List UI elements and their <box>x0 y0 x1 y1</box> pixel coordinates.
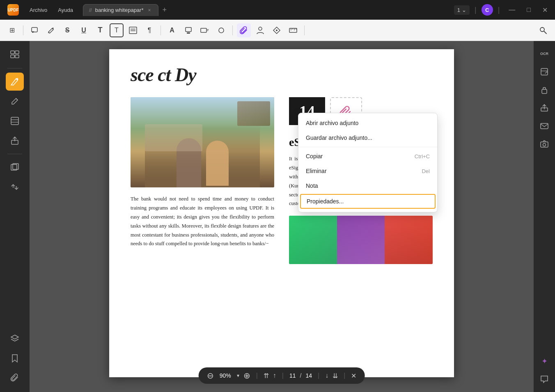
sidebar-bookmark[interactable] <box>6 349 24 367</box>
right-email-button[interactable] <box>537 118 552 134</box>
text-area-icon <box>129 27 137 34</box>
ctx-copy[interactable]: Copiar Ctrl+C <box>298 149 437 164</box>
new-tab-button[interactable]: + <box>158 4 171 16</box>
svg-line-22 <box>16 98 18 100</box>
comment-icon <box>31 27 38 34</box>
separator-1: | <box>473 6 478 14</box>
right-share-button[interactable] <box>537 100 552 116</box>
annotation-icon <box>10 77 19 86</box>
ctx-nota[interactable]: Nota <box>298 178 437 193</box>
sidebar-sep-2 <box>7 154 22 154</box>
attachment-button[interactable] <box>237 23 251 37</box>
toolbar-sep-2 <box>161 25 161 35</box>
logo-icon: UPDF <box>7 4 19 16</box>
left-sidebar <box>0 41 30 392</box>
right-organize-button[interactable] <box>537 64 552 80</box>
tab-document-icon: // <box>89 7 92 13</box>
sidebar-ocr[interactable] <box>6 158 24 176</box>
text-t-button[interactable]: T <box>93 23 107 37</box>
bar-sep-2: | <box>280 372 285 379</box>
right-ai-button[interactable]: ✦ <box>537 353 552 369</box>
bottom-image <box>289 216 433 264</box>
sidebar-annotation[interactable] <box>6 73 24 91</box>
sidebar-layout[interactable] <box>6 112 24 130</box>
maximize-button[interactable]: □ <box>523 5 535 15</box>
pen-nib-button[interactable] <box>270 23 284 37</box>
pen-nib-icon <box>273 26 281 34</box>
bar-sep-3: | <box>316 372 321 379</box>
bar-sep-1: | <box>255 372 259 379</box>
title-bar: UPDF Archivo Ayuda // banking whitepapar… <box>0 0 555 20</box>
title-bar-menu: Archivo Ayuda <box>25 5 78 16</box>
stamp-button[interactable] <box>181 23 195 37</box>
svg-rect-36 <box>541 123 548 129</box>
ctx-properties[interactable]: Propiedades... <box>300 194 436 209</box>
shape-oval-button[interactable] <box>214 23 228 37</box>
shape-rect-button[interactable] <box>198 23 212 37</box>
bookmark-icon <box>10 354 19 363</box>
avatar[interactable]: C <box>482 4 493 16</box>
svg-rect-0 <box>32 27 37 32</box>
sidebar-layers[interactable] <box>6 330 24 348</box>
layers-icon <box>10 334 19 343</box>
paragraph-button[interactable]: ¶ <box>142 23 156 37</box>
page-indicator-value: 1 <box>457 7 460 13</box>
convert-icon <box>10 182 19 191</box>
svg-line-16 <box>544 31 546 34</box>
ctx-save-attachment[interactable]: Guardar archivo adjunto... <box>298 130 437 145</box>
page-indicator[interactable]: 1 ⌄ <box>454 5 470 15</box>
person-button[interactable] <box>253 23 267 37</box>
zoom-minus-button[interactable]: ⊖ <box>207 371 214 381</box>
highlight-button[interactable]: A <box>165 23 179 37</box>
nav-down-button[interactable]: ↓ <box>325 372 328 379</box>
close-nav-button[interactable]: ✕ <box>351 372 356 380</box>
nav-bottom-button[interactable]: ⇊ <box>333 372 338 380</box>
menu-archivo[interactable]: Archivo <box>25 5 52 16</box>
comment-button[interactable] <box>28 23 41 37</box>
sidebar-convert[interactable] <box>6 178 24 196</box>
sidebar-paperclip[interactable] <box>6 369 24 387</box>
ctx-delete[interactable]: Eliminar Del <box>298 164 437 178</box>
strikethrough-button[interactable]: S <box>60 23 74 37</box>
zoom-dropdown-button[interactable]: ▾ <box>237 373 239 378</box>
ctx-open-attachment[interactable]: Abrir archivo adjunto <box>298 116 437 130</box>
right-camera-button[interactable] <box>537 136 552 152</box>
ruler-button[interactable] <box>286 23 300 37</box>
view-toggle-button[interactable]: ⊞ <box>5 23 19 37</box>
paperclip-icon <box>10 374 19 383</box>
edit-icon <box>10 97 19 106</box>
sidebar-thumbnail[interactable] <box>6 46 24 64</box>
nav-top-button[interactable]: ⇈ <box>264 372 269 380</box>
organize-icon <box>540 68 548 76</box>
export-icon <box>10 136 19 145</box>
sidebar-sep-1 <box>7 68 22 68</box>
app-logo: UPDF <box>3 2 23 17</box>
right-protect-button[interactable] <box>537 82 552 98</box>
attachment-icon <box>240 26 248 34</box>
tab-title: banking whitepapar* <box>95 7 144 13</box>
close-button[interactable]: ✕ <box>538 5 552 16</box>
tab-close-button[interactable]: × <box>147 7 152 14</box>
email-icon <box>540 122 548 130</box>
thumbnail-icon <box>10 50 19 59</box>
sidebar-export[interactable] <box>6 132 24 150</box>
left-column: The bank would not need to spend time an… <box>131 97 274 264</box>
pencil-button[interactable] <box>44 23 58 37</box>
text-area-button[interactable] <box>126 23 140 37</box>
nav-up-button[interactable]: ↑ <box>273 372 276 379</box>
pdf-page: sce ct Dy <box>109 49 454 377</box>
sidebar-edit[interactable] <box>6 92 24 110</box>
svg-point-8 <box>259 27 262 30</box>
search-button[interactable] <box>536 23 550 37</box>
active-tab[interactable]: // banking whitepapar* × <box>83 4 158 16</box>
menu-ayuda[interactable]: Ayuda <box>53 5 78 16</box>
article-photo <box>131 97 274 187</box>
zoom-plus-button[interactable]: ⊕ <box>243 371 250 381</box>
text-box-button[interactable]: T <box>110 23 124 37</box>
right-ocr-button[interactable]: OCR <box>537 46 552 62</box>
right-sidebar: OCR <box>534 41 555 392</box>
protect-icon <box>540 86 548 94</box>
underline-button[interactable]: U <box>77 23 91 37</box>
minimize-button[interactable]: — <box>505 5 519 15</box>
right-chat-button[interactable] <box>537 371 552 387</box>
